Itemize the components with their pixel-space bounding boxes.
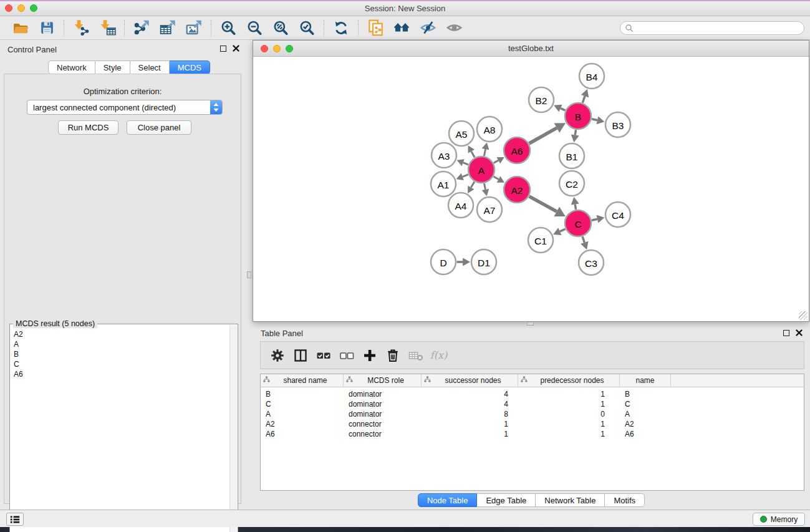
export-image-icon[interactable] xyxy=(185,19,203,37)
table-cell: 1 xyxy=(518,390,620,399)
eye-slash-icon[interactable] xyxy=(418,19,437,37)
column-header[interactable]: name xyxy=(620,374,671,387)
settings-icon[interactable] xyxy=(269,346,286,365)
split-divider-handle[interactable] xyxy=(247,271,251,278)
float-panel-icon[interactable] xyxy=(220,46,226,52)
float-table-panel-icon[interactable] xyxy=(783,330,789,336)
mcds-result-box: MCDS result (5 nodes) A2ABCA6 xyxy=(9,324,238,532)
toolbar-separator xyxy=(211,20,211,36)
network-minimize-button[interactable] xyxy=(273,45,281,52)
save-session-icon[interactable] xyxy=(37,19,56,37)
deselect-all-icon[interactable] xyxy=(338,346,355,365)
refresh-icon[interactable] xyxy=(332,19,350,37)
graph-node-label: A7 xyxy=(484,205,496,216)
tab-mcds[interactable]: MCDS xyxy=(170,60,210,74)
tab-network-table[interactable]: Network Table xyxy=(536,493,605,507)
graph-edge[interactable] xyxy=(471,181,474,187)
zoom-in-icon[interactable] xyxy=(219,19,238,37)
minimize-window-button[interactable] xyxy=(17,4,25,12)
table-row[interactable]: A6connector11A6 xyxy=(261,429,804,439)
graph-node-label: B xyxy=(575,112,581,122)
graph-edge[interactable] xyxy=(494,177,499,179)
column-header[interactable]: MCDS role xyxy=(344,374,422,387)
search-input[interactable] xyxy=(634,22,804,34)
add-icon[interactable] xyxy=(361,346,378,365)
import-network-icon[interactable] xyxy=(72,19,90,37)
network-graph[interactable]: B4B2BB3A5A8A6B1A3AC2A1A2A4A7C4CC1C3DD1 xyxy=(253,57,809,321)
graph-edge[interactable] xyxy=(484,183,485,190)
column-view-icon[interactable] xyxy=(292,346,309,365)
graph-edge[interactable] xyxy=(529,196,557,211)
graph-edge[interactable] xyxy=(463,175,468,177)
close-panel-button[interactable]: Close panel xyxy=(127,120,191,135)
graph-edge[interactable] xyxy=(529,128,557,143)
tab-style[interactable]: Style xyxy=(95,60,130,74)
task-history-button[interactable] xyxy=(6,513,24,526)
graph-edge[interactable] xyxy=(582,96,585,103)
resize-grip[interactable] xyxy=(799,311,808,320)
tab-edge-table[interactable]: Edge Table xyxy=(477,493,536,507)
graph-node-label: D1 xyxy=(478,258,490,268)
column-header[interactable]: shared name xyxy=(261,374,344,387)
select-all-icon[interactable] xyxy=(315,346,332,365)
table-cell: A2 xyxy=(261,420,344,428)
table-cell: A2 xyxy=(620,420,671,428)
graph-edge[interactable] xyxy=(494,160,499,163)
result-scrollbar[interactable] xyxy=(229,325,237,532)
table-panel: Table Panel f(x) shared nameMCDS rolesuc… xyxy=(253,324,810,510)
import-table-icon[interactable] xyxy=(98,19,117,37)
tab-select[interactable]: Select xyxy=(130,60,170,74)
graph-edge-arrowhead xyxy=(482,143,489,150)
export-network-icon[interactable] xyxy=(132,19,151,37)
graph-edge-arrowhead xyxy=(571,135,579,143)
result-item[interactable]: A xyxy=(14,339,23,349)
close-window-button[interactable] xyxy=(5,4,12,12)
criterion-dropdown[interactable]: largest connected component (directed) xyxy=(27,100,223,115)
network-canvas[interactable]: B4B2BB3A5A8A6B1A3AC2A1A2A4A7C4CC1C3DD1 xyxy=(253,57,809,321)
close-panel-icon[interactable] xyxy=(233,45,239,52)
column-header[interactable]: predecessor nodes xyxy=(518,374,620,387)
table-row[interactable]: Cdominator41C xyxy=(261,399,804,409)
result-item[interactable]: A2 xyxy=(14,329,23,339)
graph-edge[interactable] xyxy=(561,109,565,110)
graph-edge[interactable] xyxy=(484,149,485,156)
table-row[interactable]: A2connector11A2 xyxy=(261,419,804,429)
graph-edge[interactable] xyxy=(592,219,597,220)
tab-motifs[interactable]: Motifs xyxy=(605,493,645,507)
graph-edge[interactable] xyxy=(575,204,576,209)
tab-node-table[interactable]: Node Table xyxy=(418,493,478,507)
tab-network[interactable]: Network xyxy=(48,60,95,74)
zoom-out-icon[interactable] xyxy=(245,19,264,37)
table-cell: dominator xyxy=(344,410,422,418)
export-table-icon[interactable] xyxy=(158,19,177,37)
network-close-button[interactable] xyxy=(261,45,268,52)
zoom-window-button[interactable] xyxy=(30,4,37,12)
table-cell: C xyxy=(620,400,671,409)
delete-icon[interactable] xyxy=(384,346,401,365)
graph-edge[interactable] xyxy=(575,130,576,135)
table-cell: A6 xyxy=(261,430,344,438)
result-item[interactable]: B xyxy=(14,349,23,359)
table-row[interactable]: Bdominator41B xyxy=(261,389,804,399)
close-table-panel-icon[interactable] xyxy=(796,329,803,336)
graph-edge[interactable] xyxy=(582,236,584,243)
home-icon[interactable] xyxy=(392,19,411,37)
graph-node-label: A2 xyxy=(511,185,523,196)
graph-edge[interactable] xyxy=(471,152,475,158)
network-zoom-button[interactable] xyxy=(286,45,293,52)
run-mcds-button[interactable]: Run MCDS xyxy=(58,120,118,135)
zoom-selected-icon[interactable] xyxy=(297,19,316,37)
eye-icon[interactable] xyxy=(445,19,463,37)
memory-button[interactable]: Memory xyxy=(753,513,805,526)
open-file-icon[interactable] xyxy=(11,19,30,37)
graph-edge[interactable] xyxy=(560,229,566,231)
column-header[interactable]: successor nodes xyxy=(422,374,518,387)
result-item[interactable]: C xyxy=(14,359,23,369)
zoom-fit-icon[interactable] xyxy=(271,19,290,37)
result-item[interactable]: A6 xyxy=(14,369,23,379)
graph-edge[interactable] xyxy=(463,163,468,165)
clone-network-icon[interactable] xyxy=(366,19,385,37)
graph-edge[interactable] xyxy=(592,119,597,120)
graph-node-label: A4 xyxy=(455,201,467,211)
table-row[interactable]: Adominator80A xyxy=(261,409,804,419)
